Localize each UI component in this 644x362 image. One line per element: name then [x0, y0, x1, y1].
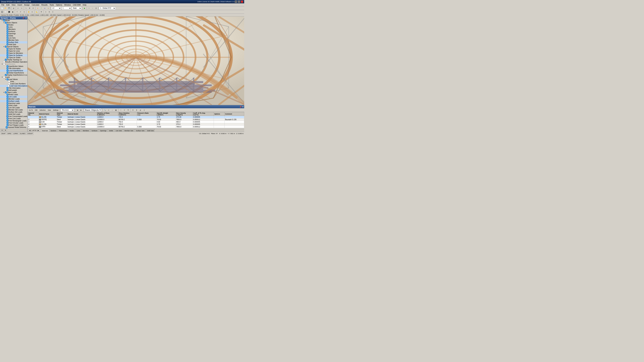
nav-openings[interactable]: Openings [0, 32, 27, 35]
imp-values-check[interactable] [6, 65, 8, 67]
lc-desc-check[interactable] [8, 85, 10, 87]
nav-member-loads[interactable]: Member Loads [0, 98, 27, 100]
nav-display-imp[interactable]: Display Imperfections in Lo... [0, 74, 27, 76]
side-view-button[interactable]: S [22, 10, 26, 13]
filter-button[interactable]: 🔍 [103, 108, 106, 112]
surface-sets-check[interactable] [6, 41, 8, 43]
nav-prev-button[interactable]: ◀ [76, 108, 79, 112]
nodal-loads-check[interactable] [6, 94, 8, 95]
state-dropdown[interactable]: State [72, 7, 82, 10]
solid-loads-check[interactable] [6, 105, 8, 106]
nav-surface-set-loads[interactable]: Surface Set Loads [0, 111, 27, 113]
nav-members[interactable]: Members [0, 28, 27, 30]
minimize-button[interactable]: _ [235, 0, 237, 3]
menu-item-options[interactable]: Options [55, 3, 63, 6]
menu-item-insert[interactable]: Insert [16, 3, 23, 6]
global-imp-check[interactable] [6, 72, 8, 74]
nav-imposed-nodal[interactable]: Imposed Nodal Deforma... [0, 126, 27, 128]
member-set-loads-check[interactable] [6, 109, 8, 111]
nav-display-topology[interactable]: Display Topology on [0, 59, 27, 61]
front-view-button[interactable]: F [19, 10, 22, 13]
special-objects-check[interactable] [5, 46, 7, 48]
title-info-imp-check[interactable] [6, 67, 8, 69]
goto-button[interactable]: Go To [28, 109, 34, 112]
display-topology-check[interactable] [5, 59, 7, 61]
types-nodes-check[interactable] [6, 48, 8, 50]
tab-thicknesses[interactable]: Thicknesses [58, 129, 68, 132]
line-sets-check[interactable] [6, 37, 8, 39]
surface-button[interactable]: ▭ [46, 6, 50, 10]
pan-button[interactable]: ✋ [27, 10, 30, 13]
loads-check[interactable] [3, 76, 5, 78]
table-row[interactable]: 3C30TimberIsotropic | Linear Elastic1200… [28, 121, 244, 123]
tab-surface-sets[interactable]: Surface Sets [135, 129, 146, 132]
menu-item-tools[interactable]: Tools [48, 3, 55, 6]
nav-line-set-loads[interactable]: Line Set Loads [0, 107, 27, 109]
free-conc-loads-check[interactable] [6, 115, 8, 117]
nav-close-button[interactable]: ✕ [25, 17, 27, 19]
nav-model[interactable]: ▼ Model [0, 19, 27, 22]
nav-free-poly-loads[interactable]: Free Polygon Loads [0, 124, 27, 126]
calc-button[interactable]: ▶ [83, 6, 86, 10]
title-info-load-check[interactable] [6, 87, 8, 89]
nav-title-info-load[interactable]: Title Information [0, 87, 27, 89]
selection-button[interactable]: Selection [38, 109, 46, 112]
tab-line-sets[interactable]: Line Sets [114, 129, 123, 132]
tab-openings[interactable]: Openings [99, 129, 108, 132]
nav-solids[interactable]: Solids [0, 35, 27, 37]
nav-free-circ-loads[interactable]: Free Circular Loads [0, 122, 27, 124]
lines-check[interactable] [6, 26, 8, 28]
nav-surfaces[interactable]: Surfaces [0, 30, 27, 32]
wireframe-button[interactable]: ⬜ [4, 10, 7, 13]
export-button[interactable]: ⬇ [135, 108, 138, 112]
self-weight-check[interactable] [6, 89, 8, 91]
orbit-button[interactable]: ⊙ [30, 10, 34, 13]
nav-special-objects[interactable]: ▼ Special Objects [0, 45, 27, 48]
menu-item-calculate[interactable]: Calculate [31, 3, 40, 6]
line-loads-check[interactable] [6, 96, 8, 98]
nav-types-members[interactable]: Types for Members [0, 52, 27, 54]
nav-local-imperfections[interactable]: Local Imperfections [0, 69, 27, 72]
line-set-loads-check[interactable] [6, 107, 8, 109]
menu-item-view[interactable]: View [10, 3, 16, 6]
lc-numbers-check[interactable] [8, 83, 10, 85]
solid-sets-check[interactable] [6, 43, 8, 45]
print-mat-button[interactable]: 🖨 [139, 108, 142, 112]
nav-title-info-imp[interactable]: Title Information [0, 67, 27, 69]
nav-basic-objects[interactable]: ▼ Basic Objects [0, 22, 27, 24]
settings-button[interactable]: Settings [52, 109, 59, 112]
select-button[interactable]: ↖ [24, 6, 28, 10]
rotate-button[interactable]: ⟳ [32, 6, 35, 10]
imposed-nodal-check[interactable] [6, 126, 8, 128]
table-row[interactable]: 4GL24hTimberIsotropic | Linear Elastic11… [28, 123, 244, 125]
glines-toggle[interactable]: GLINES [19, 132, 26, 135]
member-loads-check[interactable] [6, 98, 8, 100]
nav-free-line-loads[interactable]: Free Line Loads [0, 117, 27, 120]
node-button[interactable]: ● [36, 6, 40, 10]
view-dropdown[interactable]: 1 - Global XYZ [99, 7, 116, 10]
nav-surface-sets[interactable]: Surface Sets [0, 41, 27, 43]
snap-toggle[interactable]: SNAP [1, 132, 6, 135]
lc-number-dropdown[interactable]: 1 [62, 7, 72, 10]
nav-types-solids[interactable]: Types for Solids [0, 56, 27, 59]
nav-global-imperfections[interactable]: Global Imperfections [0, 72, 27, 74]
local-imp-check[interactable] [6, 70, 8, 71]
nav-member-sets[interactable]: Member Sets [0, 39, 27, 41]
surface-loads-check[interactable] [6, 100, 8, 102]
nodes-check[interactable] [6, 24, 8, 26]
zoom-out-button[interactable]: − [91, 6, 94, 10]
osnap-toggle[interactable]: OSNAP [27, 132, 34, 135]
zoom-in-button[interactable]: + [88, 6, 91, 10]
redo-button[interactable]: ↪ [20, 6, 23, 10]
nav-pin-button[interactable]: 📌 [22, 17, 24, 19]
nav-opening-loads[interactable]: Opening Loads [0, 102, 27, 104]
menu-item-window[interactable]: Window [63, 3, 72, 6]
nav-eye2-button[interactable]: 👁 [4, 129, 7, 132]
menu-item-help[interactable]: Help [82, 3, 88, 6]
nav-next-button[interactable]: ▶ [79, 108, 83, 112]
nav-lc-descriptions[interactable]: Load Case Descriptions [0, 85, 27, 87]
units-check[interactable] [8, 81, 10, 82]
opening-loads-check[interactable] [6, 102, 8, 104]
close-button[interactable]: ✕ [241, 0, 243, 3]
table-row[interactable]: GL24hTimberIsotropic | Linear Elastic116… [28, 116, 244, 118]
